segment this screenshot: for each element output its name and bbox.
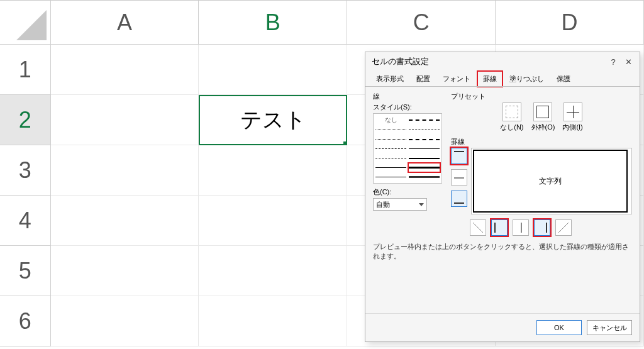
ok-button[interactable]: OK — [536, 320, 582, 335]
tab-number[interactable]: 表示形式 — [370, 71, 409, 87]
row-header-4[interactable]: 4 — [0, 196, 51, 246]
column-header-d[interactable]: D — [496, 1, 644, 45]
dialog-tabs: 表示形式 配置 フォント 罫線 塗りつぶし 保護 — [365, 71, 640, 87]
color-label: 色(C): — [373, 187, 442, 197]
right-group: プリセット なし(N) 外枠(O) 内側(I) — [451, 92, 632, 236]
row-header-6[interactable]: 6 — [0, 296, 51, 346]
border-vmiddle-button[interactable] — [513, 219, 529, 236]
line-style-13[interactable] — [409, 173, 440, 181]
row-header-5[interactable]: 5 — [0, 246, 51, 296]
cell-a5[interactable] — [51, 246, 199, 296]
border-top-button[interactable] — [451, 148, 467, 164]
line-group: 線 スタイル(S): なし — [373, 92, 442, 236]
tab-border[interactable]: 罫線 — [477, 71, 502, 87]
line-color-dropdown[interactable]: 自動 — [373, 198, 427, 211]
line-style-9[interactable] — [409, 135, 440, 143]
line-color-value: 自動 — [376, 200, 390, 209]
line-style-11[interactable] — [409, 154, 440, 162]
cell-a1[interactable] — [51, 45, 199, 95]
line-style-1[interactable] — [375, 126, 406, 134]
cell-b5[interactable] — [199, 246, 347, 296]
help-button[interactable]: ? — [606, 54, 621, 69]
preset-outline-icon — [533, 102, 552, 121]
tab-alignment[interactable]: 配置 — [411, 71, 436, 87]
column-header-row: A B C D — [0, 1, 644, 45]
column-header-a[interactable]: A — [51, 1, 199, 45]
preset-outline[interactable]: 外枠(O) — [531, 102, 555, 132]
border-bottom-button[interactable] — [451, 191, 467, 207]
cancel-button[interactable]: キャンセル — [587, 320, 632, 335]
preset-inside-label: 内側(I) — [562, 123, 582, 132]
dialog-title: セルの書式設定 — [372, 56, 429, 67]
format-cells-dialog: セルの書式設定 ? ✕ 表示形式 配置 フォント 罫線 塗りつぶし 保護 線 ス… — [365, 52, 640, 342]
line-style-6[interactable] — [375, 173, 406, 181]
border-left-button[interactable] — [491, 219, 508, 236]
cell-a3[interactable] — [51, 145, 199, 196]
preset-outline-label: 外枠(O) — [531, 123, 555, 132]
dialog-body: 線 スタイル(S): なし — [365, 86, 640, 313]
cell-b2[interactable]: テスト — [199, 95, 347, 145]
cell-b6[interactable] — [199, 296, 347, 346]
border-right-button[interactable] — [534, 219, 550, 236]
line-style-list[interactable]: なし — [373, 113, 442, 184]
chevron-down-icon — [419, 203, 424, 206]
close-button[interactable]: ✕ — [621, 54, 636, 69]
preset-group-label: プリセット — [451, 92, 632, 101]
border-preview[interactable]: 文字列 — [473, 150, 628, 213]
border-group-label: 罫線 — [451, 137, 632, 147]
cell-b3[interactable] — [199, 145, 347, 196]
tab-fill[interactable]: 塗りつぶし — [504, 71, 550, 87]
line-style-2[interactable] — [375, 135, 406, 143]
preset-inside[interactable]: 内側(I) — [562, 102, 582, 132]
border-diag-up-button[interactable] — [470, 219, 486, 236]
cell-b4[interactable] — [199, 196, 347, 246]
line-style-none[interactable]: なし — [375, 116, 406, 125]
cell-a6[interactable] — [51, 296, 199, 346]
cell-a2[interactable] — [51, 95, 199, 145]
select-all-corner[interactable] — [0, 1, 51, 45]
column-header-c[interactable]: C — [347, 1, 496, 45]
line-group-label: 線 — [373, 92, 442, 101]
line-style-10[interactable] — [409, 145, 440, 153]
tab-font[interactable]: フォント — [437, 71, 476, 87]
dialog-footer: OK キャンセル — [365, 313, 640, 341]
tab-protection[interactable]: 保護 — [551, 71, 576, 87]
row-header-1[interactable]: 1 — [0, 45, 51, 95]
border-preview-wrap: 文字列 — [471, 148, 632, 214]
row-header-2[interactable]: 2 — [0, 95, 51, 145]
cell-b1[interactable] — [199, 45, 347, 95]
line-style-12[interactable] — [409, 163, 440, 172]
line-style-8[interactable] — [409, 126, 440, 134]
preset-inside-icon — [564, 102, 582, 121]
border-preview-text: 文字列 — [539, 176, 562, 187]
style-label: スタイル(S): — [373, 102, 442, 112]
border-diag-down-button[interactable] — [555, 219, 572, 236]
line-style-7[interactable] — [409, 116, 440, 125]
row-header-3[interactable]: 3 — [0, 145, 51, 196]
preset-none-icon — [502, 102, 521, 121]
column-header-b[interactable]: B — [199, 1, 347, 45]
preset-none-label: なし(N) — [500, 123, 523, 132]
line-style-3[interactable] — [375, 145, 406, 153]
cell-a4[interactable] — [51, 196, 199, 246]
border-hmiddle-button[interactable] — [451, 169, 467, 186]
dialog-titlebar[interactable]: セルの書式設定 ? ✕ — [365, 52, 640, 71]
line-style-5[interactable] — [375, 163, 406, 172]
border-side-buttons — [451, 148, 467, 214]
hint-text: プレビュー枠内または上のボタンをクリックすると、選択した罫線の種類が適用されます… — [373, 242, 632, 261]
preset-none[interactable]: なし(N) — [500, 102, 523, 132]
border-bottom-buttons — [451, 219, 632, 236]
line-style-4[interactable] — [375, 154, 406, 162]
